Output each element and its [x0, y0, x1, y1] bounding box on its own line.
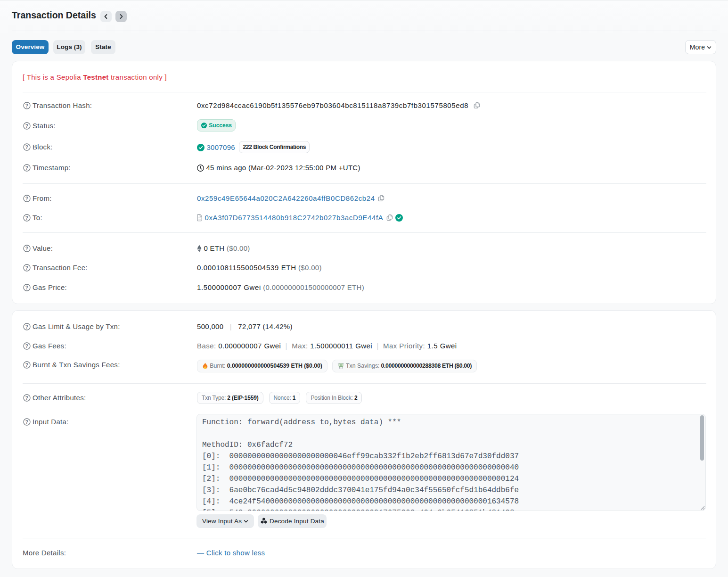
svg-text:?: ? [25, 196, 28, 201]
svg-text:?: ? [25, 285, 28, 290]
svg-text:?: ? [25, 165, 28, 171]
svg-text:?: ? [25, 145, 28, 150]
svg-text:?: ? [25, 215, 28, 221]
svg-text:?: ? [25, 246, 28, 251]
svg-text:?: ? [25, 396, 28, 401]
svg-text:?: ? [25, 103, 28, 108]
svg-text:?: ? [25, 324, 28, 330]
svg-text:?: ? [25, 344, 28, 349]
svg-text:?: ? [25, 124, 28, 129]
svg-text:?: ? [25, 420, 28, 425]
svg-text:?: ? [25, 363, 28, 368]
svg-text:?: ? [25, 265, 28, 271]
